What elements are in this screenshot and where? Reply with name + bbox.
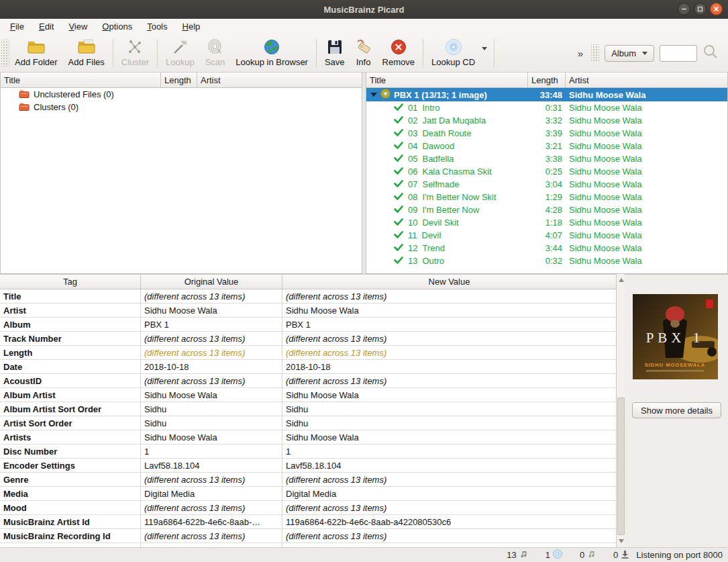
track-row[interactable]: 06Kala Chasma Skit0:25Sidhu Moose Wala <box>366 165 727 178</box>
metadata-row[interactable]: Genre(different across 13 items)(differe… <box>0 473 616 487</box>
remove-button[interactable]: Remove <box>377 36 420 71</box>
metadata-row[interactable]: Title(different across 13 items)(differe… <box>0 289 616 303</box>
metadata-row[interactable]: ArtistSidhu Moose WalaSidhu Moose Wala <box>0 303 616 318</box>
new-value[interactable]: (different across 13 items) <box>282 529 616 543</box>
new-value[interactable]: (different across 13 items) <box>282 501 616 514</box>
toolbar-overflow-button[interactable]: » <box>576 48 584 59</box>
track-row[interactable]: 01Intro0:31Sidhu Moose Wala <box>366 101 727 114</box>
new-value[interactable]: Digital Media <box>282 487 616 500</box>
metadata-row[interactable]: MusicBrainz Artist Id119a6864-622b-4e6c-… <box>0 515 616 529</box>
track-row[interactable]: 12Trend3:44Sidhu Moose Wala <box>366 242 727 254</box>
column-header-original-value[interactable]: Original Value <box>141 275 282 289</box>
metadata-row[interactable]: MediaDigital MediaDigital Media <box>0 487 616 501</box>
expander-icon[interactable] <box>370 93 377 97</box>
new-value[interactable]: 2018-10-18 <box>282 360 616 373</box>
album-cover-image[interactable]: PBX 1 SIDHU MOOSEWALA <box>633 294 718 379</box>
window-title: MusicBrainz Picard <box>324 5 405 15</box>
tag-name: Track Number <box>0 332 141 345</box>
track-row[interactable]: 02Jatt Da Muqabla3:32Sidhu Moose Wala <box>366 114 727 127</box>
new-value[interactable]: Sidhu <box>282 416 616 430</box>
lookup-cd-dropdown[interactable] <box>480 47 491 60</box>
new-value[interactable]: Sidhu Moose Wala <box>282 430 616 444</box>
original-value: Sidhu Moose Wala <box>141 303 282 317</box>
column-header-artist[interactable]: Artist <box>566 73 727 87</box>
matched-check-icon <box>394 154 403 164</box>
column-header-tag[interactable]: Tag <box>0 275 141 289</box>
track-row[interactable]: 03Death Route3:39Sidhu Moose Wala <box>366 127 727 140</box>
file-tree-item[interactable]: Clusters (0) <box>1 101 362 113</box>
column-header-artist[interactable]: Artist <box>197 73 362 87</box>
track-row[interactable]: 09I'm Better Now4:28Sidhu Moose Wala <box>366 203 727 216</box>
scrollbar-thumb[interactable] <box>617 397 625 535</box>
search-type-dropdown[interactable]: Album <box>605 45 654 62</box>
metadata-row[interactable]: Artist Sort OrderSidhuSidhu <box>0 416 616 430</box>
file-tree-item[interactable]: Unclustered Files (0) <box>1 88 362 101</box>
new-value[interactable]: 119a6864-622b-4e6c-8aab-a422080530c6 <box>282 515 616 528</box>
cluster-button[interactable]: Cluster <box>116 36 154 71</box>
original-value: PBX 1 <box>141 318 282 331</box>
track-row[interactable]: 05Badfella3:38Sidhu Moose Wala <box>366 152 727 165</box>
new-value[interactable]: 1 <box>282 444 616 458</box>
search-input[interactable] <box>660 45 697 62</box>
new-value[interactable]: (different across 13 items) <box>282 332 616 345</box>
search-icon[interactable] <box>703 44 719 62</box>
track-row[interactable]: 10Devil Skit1:18Sidhu Moose Wala <box>366 216 727 229</box>
metadata-row[interactable]: Mood(different across 13 items)(differen… <box>0 501 616 515</box>
metadata-row[interactable]: Disc Number11 <box>0 444 616 459</box>
menu-file[interactable]: File <box>3 20 32 33</box>
menu-tools[interactable]: Tools <box>140 20 174 33</box>
new-value[interactable]: Sidhu Moose Wala <box>282 388 616 402</box>
minimize-button[interactable] <box>678 3 690 15</box>
search-drag-handle[interactable] <box>591 44 599 62</box>
scan-button[interactable]: Scan <box>200 36 231 71</box>
add-folder-button[interactable]: Add Folder <box>9 36 63 71</box>
metadata-row[interactable]: AcoustID(different across 13 items)(diff… <box>0 374 616 388</box>
new-value[interactable]: (different across 13 items) <box>282 346 616 359</box>
metadata-row[interactable]: Album ArtistSidhu Moose WalaSidhu Moose … <box>0 388 616 402</box>
column-header-length[interactable]: Length <box>161 73 197 87</box>
new-value[interactable]: Sidhu <box>282 402 616 416</box>
new-value[interactable]: PBX 1 <box>282 318 616 331</box>
metadata-row[interactable]: Length(different across 13 items)(differ… <box>0 346 616 360</box>
menu-help[interactable]: Help <box>175 20 208 33</box>
album-row-selected[interactable]: PBX 1 (13/13; 1 image) 33:48 Sidhu Moose… <box>366 88 727 101</box>
lookup-cd-button[interactable]: Lookup CD <box>426 36 480 71</box>
metadata-row[interactable]: Track Number(different across 13 items)(… <box>0 332 616 346</box>
menu-options[interactable]: Options <box>95 20 140 33</box>
metadata-row[interactable]: MusicBrainz Recording Id(different acros… <box>0 529 616 543</box>
add-files-button[interactable]: Add Files <box>63 36 110 71</box>
new-value[interactable]: (different across 13 items) <box>282 289 616 303</box>
metadata-row[interactable]: Encoder SettingsLavf58.18.104Lavf58.18.1… <box>0 459 616 473</box>
track-row[interactable]: 04Dawood3:21Sidhu Moose Wala <box>366 140 727 152</box>
close-button[interactable] <box>710 3 723 15</box>
menu-edit[interactable]: Edit <box>32 20 61 33</box>
track-row[interactable]: 08I'm Better Now Skit1:29Sidhu Moose Wal… <box>366 191 727 203</box>
column-header-title[interactable]: Title <box>1 73 161 87</box>
lookup-button[interactable]: Lookup <box>160 36 200 71</box>
menu-view[interactable]: View <box>61 20 95 33</box>
titlebar: MusicBrainz Picard <box>0 0 728 19</box>
track-row[interactable]: 11Devil4:07Sidhu Moose Wala <box>366 229 727 242</box>
new-value[interactable]: Lavf58.18.104 <box>282 459 616 472</box>
lookup-in-browser-button[interactable]: Lookup in Browser <box>230 36 313 71</box>
metadata-row[interactable]: AlbumPBX 1PBX 1 <box>0 318 616 332</box>
metadata-row[interactable]: ArtistsSidhu Moose WalaSidhu Moose Wala <box>0 430 616 444</box>
column-header-new-value[interactable]: New Value <box>282 275 616 289</box>
info-button[interactable]: Info <box>350 36 377 71</box>
metadata-scrollbar[interactable] <box>616 274 625 547</box>
save-button[interactable]: Save <box>319 36 350 71</box>
original-value: (different across 13 items) <box>141 529 282 543</box>
column-header-length[interactable]: Length <box>528 73 566 87</box>
show-more-details-button[interactable]: Show more details <box>632 402 721 418</box>
new-value[interactable]: Sidhu Moose Wala <box>282 303 616 317</box>
column-header-title[interactable]: Title <box>366 73 528 87</box>
metadata-row[interactable]: Album Artist Sort OrderSidhuSidhu <box>0 402 616 416</box>
track-row[interactable]: 13Outro0:32Sidhu Moose Wala <box>366 254 727 267</box>
new-value[interactable]: (different across 13 items) <box>282 473 616 486</box>
original-value: (different across 13 items) <box>141 501 282 514</box>
maximize-button[interactable] <box>694 3 707 15</box>
track-row[interactable]: 07Selfmade3:04Sidhu Moose Wala <box>366 178 727 191</box>
toolbar-drag-handle[interactable] <box>1 40 9 66</box>
metadata-row[interactable]: Date2018-10-182018-10-18 <box>0 360 616 374</box>
new-value[interactable]: (different across 13 items) <box>282 374 616 387</box>
